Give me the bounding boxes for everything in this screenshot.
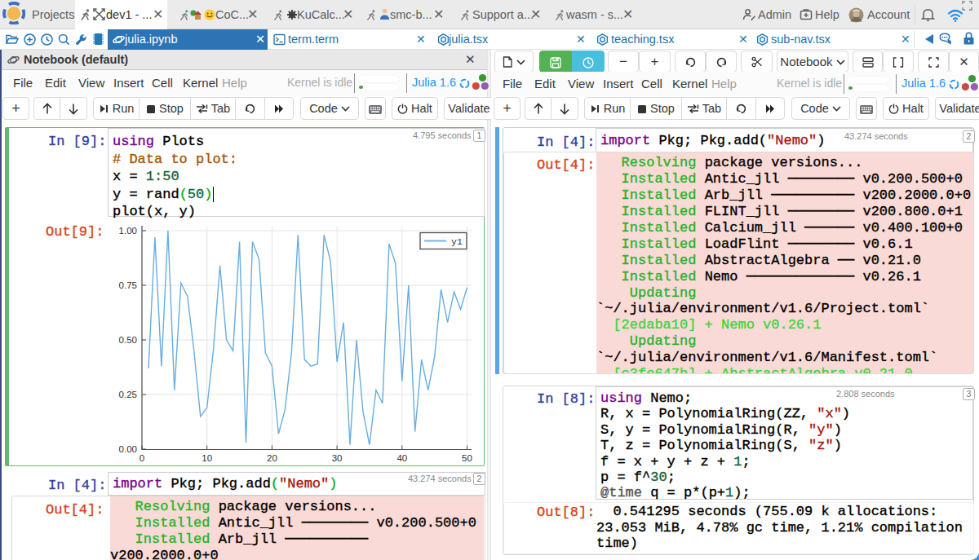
svg-text:0: 0 — [140, 453, 144, 463]
svg-text:0.50: 0.50 — [119, 335, 137, 345]
svg-text:50: 50 — [462, 453, 472, 463]
svg-text:10: 10 — [202, 453, 212, 463]
svg-text:1.00: 1.00 — [119, 226, 137, 236]
svg-text:0.75: 0.75 — [119, 280, 137, 290]
svg-text:30: 30 — [332, 453, 343, 463]
svg-text:20: 20 — [267, 453, 277, 463]
svg-text:y1: y1 — [451, 236, 463, 247]
svg-text:0.25: 0.25 — [119, 390, 137, 399]
svg-text:0.00: 0.00 — [119, 444, 137, 454]
svg-text:40: 40 — [396, 453, 407, 463]
